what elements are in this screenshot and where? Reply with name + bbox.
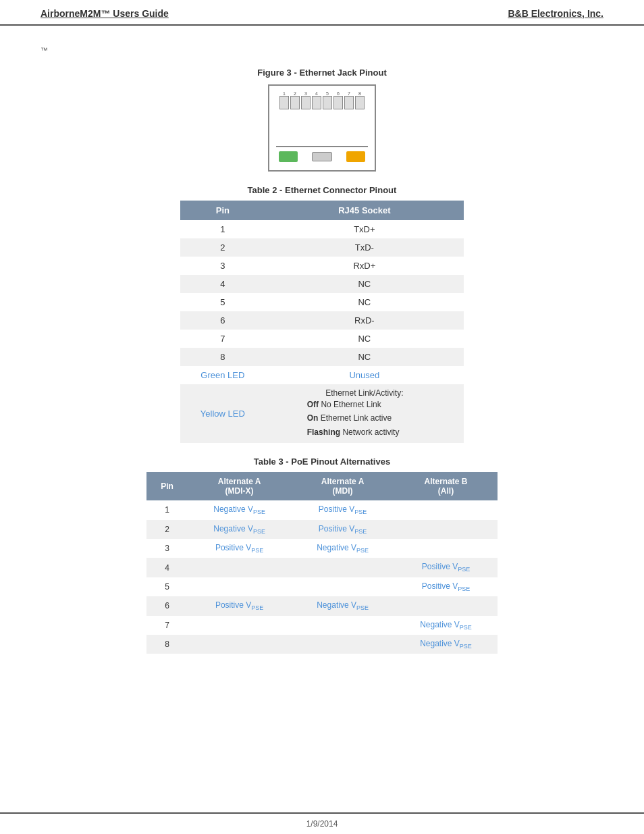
main-content: ™ Figure 3 - Ethernet Jack Pinout 1 2 3 [0,26,644,708]
table3-row7-mdix [188,616,291,635]
table3-row5-mdi [291,577,394,596]
eth-jack-diagram: 1 2 3 4 5 [268,84,376,172]
table2-pin-8: 8 [180,348,265,366]
table2-desc-1: TxD+ [265,220,464,238]
table3-pin-7: 7 [146,616,188,635]
table3-header-pin: Pin [146,472,188,500]
table-row: 1 TxD+ [180,220,464,238]
figure3-container: Figure 3 - Ethernet Jack Pinout 1 2 3 [41,68,603,172]
table2-desc-8: NC [265,348,464,366]
table2-pin-6: 6 [180,311,265,330]
table3-row2-mdi: Positive VPSE [291,520,394,539]
table3-title: Table 3 - PoE Pinout Alternatives [41,457,603,467]
table3-row1-mdix: Negative VPSE [188,500,291,519]
table-row: 2 Negative VPSE Positive VPSE [146,520,498,539]
table-row: 5 NC [180,293,464,311]
eth-pin-7 [344,96,354,109]
header-title-right: B&B Electronics, Inc. [508,8,603,19]
table2-desc-7: NC [265,330,464,348]
footer: 1/9/2014 [0,812,644,834]
figure3-title: Figure 3 - Ethernet Jack Pinout [41,68,603,78]
table2-desc-yellow-led: Ethernet Link/Activity: Off No Ethernet … [265,384,464,443]
eth-pin-8 [355,96,365,109]
table2: Pin RJ45 Socket 1 TxD+ 2 TxD- 3 [180,201,464,443]
table-row: 1 Negative VPSE Positive VPSE [146,500,498,519]
pin-num-6: 6 [337,91,340,96]
pin-num-1: 1 [283,91,286,96]
eth-pin-6 [333,96,343,109]
yellow-led-flashing-desc: Network activity [342,427,399,437]
table2-pin-4: 4 [180,275,265,293]
table2-desc-3: RxD+ [265,257,464,275]
table3-row7-mdi [291,616,394,635]
table3-row3-all [394,539,498,558]
table2-desc-4: NC [265,275,464,293]
table3-row8-mdix [188,635,291,654]
table3-row3-mdix: Positive VPSE [188,539,291,558]
eth-jack-pins: 1 2 3 4 5 [276,91,368,109]
eth-jack-leds [276,147,368,165]
table3-row6-all [394,596,498,615]
table3-row6-mdix: Positive VPSE [188,596,291,615]
table3-row2-all [394,520,498,539]
table3: Pin Alternate A(MDI-X) Alternate A(MDI) … [146,472,498,654]
table3-header-alt-b: Alternate B(All) [394,472,498,500]
table2-header-rj45: RJ45 Socket [265,201,464,220]
header: AirborneM2M™ Users Guide B&B Electronics… [0,0,644,26]
table3-row8-mdi [291,635,394,654]
table2-desc-green-led: Unused [265,366,464,384]
table-row: 7 NC [180,330,464,348]
table3-pin-6: 6 [146,596,188,615]
table-row: 6 RxD- [180,311,464,330]
table2-title: Table 2 - Ethernet Connector Pinout [41,185,603,195]
table-row: 6 Positive VPSE Negative VPSE [146,596,498,615]
led-yellow [346,151,365,162]
table2-container: Table 2 - Ethernet Connector Pinout Pin … [41,185,603,443]
table3-pin-2: 2 [146,520,188,539]
tm-mark: ™ [41,46,603,54]
yellow-led-flashing-label: Flashing [307,427,340,437]
table2-pin-2: 2 [180,238,265,257]
table3-header-alt-a-mdix: Alternate A(MDI-X) [188,472,291,500]
pin-num-7: 7 [348,91,350,96]
table3-pin-1: 1 [146,500,188,519]
table2-desc-2: TxD- [265,238,464,257]
table2-header-pin: Pin [180,201,265,220]
eth-jack-body [276,113,368,147]
table3-row1-mdi: Positive VPSE [291,500,394,519]
table3-row4-all: Positive VPSE [394,558,498,577]
led-connector [312,152,332,161]
table2-pin-5: 5 [180,293,265,311]
yellow-led-title: Ethernet Link/Activity: [325,388,403,398]
eth-pin-3 [301,96,311,109]
table3-pin-5: 5 [146,577,188,596]
pin-num-2: 2 [294,91,296,96]
table2-pin-3: 3 [180,257,265,275]
table3-pin-4: 4 [146,558,188,577]
table3-row5-all: Positive VPSE [394,577,498,596]
table2-desc-6: RxD- [265,311,464,330]
table3-row4-mdi [291,558,394,577]
table3-row2-mdix: Negative VPSE [188,520,291,539]
eth-pin-4 [312,96,321,109]
pin-num-4: 4 [315,91,318,96]
pin-num-8: 8 [358,91,361,96]
table2-pin-yellow-led: Yellow LED [180,384,265,443]
table3-row6-mdi: Negative VPSE [291,596,394,615]
table3-row1-all [394,500,498,519]
table-row: 2 TxD- [180,238,464,257]
table3-pin-8: 8 [146,635,188,654]
table2-pin-1: 1 [180,220,265,238]
footer-date: 1/9/2014 [306,819,338,829]
pin-num-3: 3 [304,91,307,96]
table2-desc-5: NC [265,293,464,311]
table3-pin-3: 3 [146,539,188,558]
yellow-led-on-label: On [307,413,319,423]
table3-row5-mdix [188,577,291,596]
table-row-green-led: Green LED Unused [180,366,464,384]
led-green [279,151,298,162]
table3-row4-mdix [188,558,291,577]
page: AirborneM2M™ Users Guide B&B Electronics… [0,0,644,834]
pin-num-5: 5 [326,91,329,96]
table2-pin-7: 7 [180,330,265,348]
